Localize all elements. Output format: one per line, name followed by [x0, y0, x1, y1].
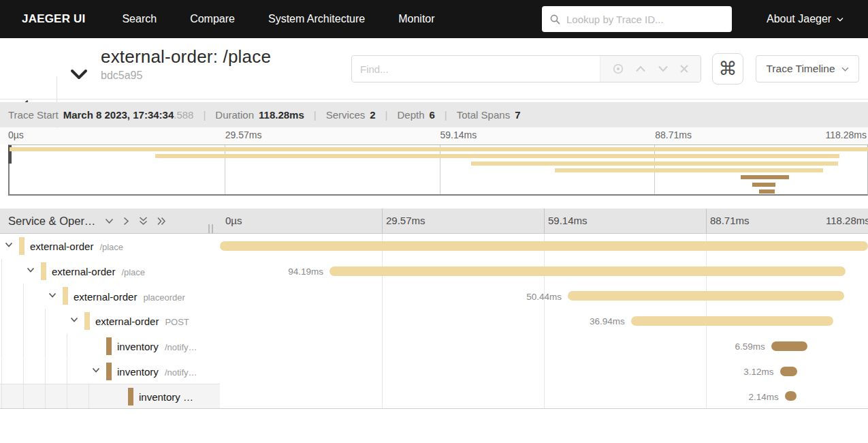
summary-label: Trace Start — [8, 109, 59, 121]
column-resizer-handle[interactable] — [208, 224, 213, 233]
tree-indent-guide — [1, 259, 2, 284]
span-name-cell[interactable]: inventory … — [0, 384, 220, 409]
summary-label: Duration — [215, 109, 254, 121]
span-duration-bar[interactable] — [780, 367, 797, 376]
span-bar-cell[interactable]: 50.44ms — [220, 284, 868, 309]
expand-one-icon[interactable] — [123, 217, 129, 226]
span-name-cell[interactable]: external-orderplaceorder — [0, 284, 220, 309]
span-row[interactable]: external-order/place94.19ms — [0, 259, 868, 284]
timeline-header: Service & Oper… 0µs29.57ms59.14ms88.71ms… — [0, 209, 868, 234]
summary-separator: | — [445, 109, 447, 121]
service-operation-label: Service & Oper… — [8, 215, 95, 228]
span-row[interactable]: inventory/notify…6.59ms — [0, 334, 868, 359]
minimap-axis-label: 29.57ms — [225, 129, 262, 140]
tree-indent-guide — [1, 309, 2, 334]
minimap-span-bar — [155, 154, 840, 158]
span-service-name[interactable]: inventory/notify… — [117, 341, 197, 352]
keyboard-shortcuts-button[interactable]: ⌘ — [712, 53, 743, 85]
span-service-name[interactable]: external-orderplaceorder — [74, 290, 185, 302]
summary-separator: | — [314, 109, 317, 121]
chevron-down-icon — [841, 67, 849, 72]
find-clear-icon[interactable] — [679, 64, 689, 74]
tree-indent-guide — [67, 359, 67, 384]
summary-value: 6 — [430, 109, 435, 121]
span-operation-name: POST — [165, 317, 189, 327]
summary-value-fraction: .588 — [174, 109, 193, 121]
span-bar-cell[interactable]: 6.59ms — [220, 334, 868, 359]
span-row[interactable]: inventory …2.14ms — [0, 384, 868, 409]
collapse-all-icon[interactable] — [139, 217, 148, 226]
tree-indent-guide — [1, 359, 2, 384]
nav-item-monitor[interactable]: Monitor — [398, 13, 434, 25]
span-duration-bar[interactable] — [631, 316, 833, 326]
span-service-name[interactable]: inventory … — [139, 391, 193, 403]
span-name-cell[interactable]: inventory/notify… — [0, 334, 220, 359]
chevron-down-icon[interactable] — [70, 317, 78, 323]
collapse-one-icon[interactable] — [105, 218, 114, 224]
timeline-tick-label: 29.57ms — [386, 215, 425, 226]
service-color-bar — [106, 363, 112, 380]
span-bar-cell[interactable] — [220, 234, 868, 259]
app-logo[interactable]: JAEGER UI — [22, 12, 85, 26]
trace-view-label: Trace Timeline — [766, 63, 835, 75]
span-service-name[interactable]: inventory/notify… — [117, 365, 197, 377]
tree-indent-guide — [23, 384, 24, 409]
span-row[interactable]: inventory/notify…3.12ms — [0, 359, 868, 384]
focus-target-icon[interactable] — [612, 63, 624, 75]
span-name-cell[interactable]: external-order/place — [0, 234, 220, 259]
chevron-down-icon[interactable] — [27, 267, 35, 273]
summary-label: Services — [326, 109, 366, 121]
span-row[interactable]: external-orderplaceorder50.44ms — [0, 284, 868, 309]
minimap-axis-label: 0µs — [8, 129, 24, 140]
span-duration-label: 6.59ms — [735, 341, 765, 352]
find-next-icon[interactable] — [658, 65, 669, 72]
span-row[interactable]: external-order/place — [0, 234, 868, 259]
minimap-span-bar — [741, 175, 788, 179]
span-bar-cell[interactable]: 2.14ms — [220, 384, 868, 409]
span-name-cell[interactable]: external-orderPOST — [0, 309, 220, 334]
trace-title-block: external-order: /place bdc5a95 — [101, 46, 271, 82]
find-prev-icon[interactable] — [635, 65, 646, 72]
nav-item-search[interactable]: Search — [122, 13, 157, 25]
search-icon — [550, 14, 560, 25]
span-duration-bar[interactable] — [785, 391, 797, 401]
span-name-cell[interactable]: inventory/notify… — [0, 359, 220, 384]
minimap-span-bar — [752, 183, 775, 187]
span-bar-cell[interactable]: 94.19ms — [220, 259, 868, 284]
tree-indent-guide — [1, 284, 2, 309]
expand-all-icon[interactable] — [157, 217, 166, 226]
about-jaeger-menu[interactable]: About Jaeger — [767, 0, 843, 38]
span-service-name[interactable]: external-order/place — [52, 266, 145, 277]
nav-item-system-architecture[interactable]: System Architecture — [268, 13, 365, 25]
span-duration-bar[interactable] — [329, 266, 846, 276]
trace-collapse-toggle[interactable] — [67, 61, 91, 86]
tree-indent-guide — [1, 384, 2, 409]
tree-indent-guide — [1, 334, 2, 359]
minimap-gridline — [225, 145, 225, 194]
nav-item-compare[interactable]: Compare — [190, 13, 235, 25]
span-bar-cell[interactable]: 3.12ms — [220, 359, 868, 384]
span-service-name[interactable]: external-order/place — [30, 241, 123, 252]
span-duration-bar[interactable] — [771, 341, 807, 351]
find-input[interactable] — [352, 56, 600, 82]
service-color-bar — [106, 337, 112, 355]
span-service-name[interactable]: external-orderPOST — [95, 316, 189, 327]
span-duration-label: 3.12ms — [743, 366, 773, 376]
chevron-down-icon[interactable] — [48, 292, 57, 299]
span-row[interactable]: external-orderPOST36.94ms — [0, 309, 868, 334]
span-operation-name: /notify… — [165, 367, 197, 377]
chevron-down-icon[interactable] — [92, 367, 100, 373]
span-duration-label: 94.19ms — [288, 266, 323, 277]
trace-minimap[interactable] — [8, 144, 868, 196]
span-duration-bar[interactable] — [220, 241, 868, 251]
chevron-down-icon[interactable] — [5, 242, 13, 248]
tree-indent-guide — [23, 284, 24, 309]
top-nav: JAEGER UI SearchCompareSystem Architectu… — [0, 0, 868, 38]
span-bar-cell[interactable]: 36.94ms — [220, 309, 868, 334]
trace-view-selector[interactable]: Trace Timeline — [756, 55, 859, 82]
tree-indent-guide — [45, 384, 46, 409]
trace-lookup-input[interactable] — [566, 14, 724, 25]
span-name-cell[interactable]: external-order/place — [0, 259, 220, 284]
tree-indent-guide — [45, 359, 46, 384]
span-duration-bar[interactable] — [568, 291, 844, 301]
